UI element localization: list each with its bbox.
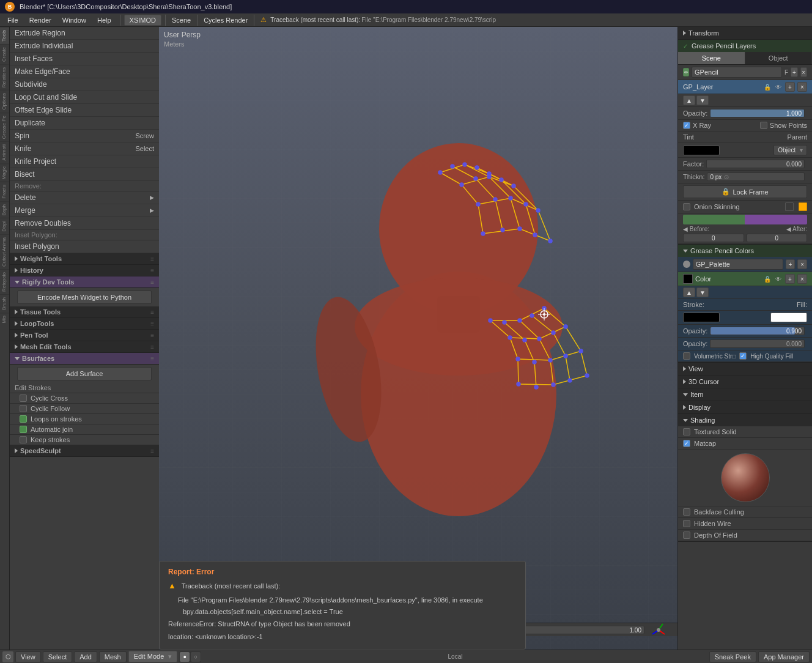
tab-create[interactable]: Create xyxy=(0,44,9,64)
tab-options[interactable]: Options xyxy=(0,90,9,113)
bsurfaces-cyclic-follow[interactable]: Cyclic Follow xyxy=(10,404,159,414)
sidebar-offset-edge-slide[interactable]: Offset Edge Slide xyxy=(10,104,159,117)
rp-tab-scene[interactable]: Scene xyxy=(678,52,745,64)
hidden-wire-checkbox[interactable] xyxy=(683,520,690,527)
cyclic-follow-checkbox[interactable] xyxy=(20,405,27,412)
rp-view-header[interactable]: View xyxy=(678,363,812,375)
backface-checkbox[interactable] xyxy=(683,508,690,516)
solid-shading-btn[interactable]: ● xyxy=(180,652,190,662)
rp-cursor-header[interactable]: 3D Cursor xyxy=(678,376,812,388)
sidebar-duplicate[interactable]: Duplicate xyxy=(10,117,159,130)
menu-help[interactable]: Help xyxy=(92,15,116,25)
app-manager-btn[interactable]: App Manager xyxy=(758,651,810,662)
layer-down-btn[interactable]: ▼ xyxy=(696,95,709,105)
volumetric-checkbox[interactable] xyxy=(683,352,690,360)
tab-tools[interactable]: Tools xyxy=(0,27,9,44)
sidebar-tissue-tools[interactable]: Tissue Tools ≡ xyxy=(10,306,159,318)
workspace-btn[interactable]: XSIMOD xyxy=(124,15,161,26)
gp-pencil-icon[interactable]: ✏ xyxy=(683,68,689,76)
rp-tab-object[interactable]: Object xyxy=(745,52,813,64)
bsurfaces-automatic-join[interactable]: Automatic join xyxy=(10,424,159,435)
color-swatch-mini[interactable] xyxy=(683,274,693,284)
sidebar-merge[interactable]: Merge ▶ xyxy=(10,204,159,217)
sidebar-extrude-region[interactable]: Extrude Region xyxy=(10,27,159,40)
layer-remove-btn[interactable]: × xyxy=(797,82,807,92)
bottom-icon-left[interactable]: ⬡ xyxy=(2,651,13,662)
show-points-checkbox[interactable] xyxy=(760,122,767,129)
add-btn[interactable]: Add xyxy=(74,651,97,662)
tab-animati[interactable]: Animati xyxy=(0,141,9,163)
local-btn[interactable]: Local xyxy=(446,652,465,661)
automatic-join-checkbox[interactable] xyxy=(20,426,27,433)
sidebar-subdivide[interactable]: Subdivide xyxy=(10,78,159,91)
menu-window[interactable]: Window xyxy=(57,15,91,25)
rp-gp-colors-header[interactable]: Grease Pencil Colors xyxy=(678,245,812,257)
rp-display-header[interactable]: Display xyxy=(678,401,812,413)
sidebar-remove-doubles[interactable]: Remove Doubles xyxy=(10,217,159,230)
sidebar-history[interactable]: History ≡ xyxy=(10,265,159,276)
tint-swatch[interactable] xyxy=(683,146,720,155)
sidebar-loop-tools[interactable]: LoopTools ≡ xyxy=(10,318,159,330)
color-lock-icon[interactable]: 🔒 xyxy=(763,275,772,283)
sidebar-knife-project[interactable]: Knife Project xyxy=(10,155,159,168)
xray-checkbox[interactable]: ✓ xyxy=(683,122,690,129)
sidebar-extrude-individual[interactable]: Extrude Individual xyxy=(10,40,159,53)
layer-eye-icon[interactable]: 👁 xyxy=(774,83,783,91)
sidebar-speed-sculpt[interactable]: SpeedSculpt ≡ xyxy=(10,445,159,457)
lock-frame-btn[interactable]: 🔒 Lock Frame xyxy=(683,185,807,198)
sidebar-inset-polygon[interactable]: Inset Polygon xyxy=(10,240,159,253)
sidebar-spin[interactable]: Spin Screw xyxy=(10,130,159,143)
select-btn[interactable]: Select xyxy=(43,651,73,662)
dof-checkbox[interactable] xyxy=(683,532,690,539)
palette-add-btn[interactable]: + xyxy=(786,259,795,269)
layer-lock-icon[interactable]: 🔒 xyxy=(763,83,772,91)
matcap-checkbox[interactable]: ✓ xyxy=(683,440,690,447)
palette-name-input[interactable] xyxy=(693,259,783,270)
sneak-peek-btn[interactable]: Sneak Peek xyxy=(709,651,756,662)
color-add-btn[interactable]: + xyxy=(785,274,795,284)
palette-remove-btn[interactable]: × xyxy=(797,259,807,269)
rp-gp-layers-header[interactable]: ✓ Grease Pencil Layers xyxy=(678,40,812,52)
matcap-preview[interactable] xyxy=(721,453,770,502)
viewport[interactable]: User Persp Meters Report: Error ▲ Traceb… xyxy=(159,27,677,650)
tab-magic[interactable]: Magic xyxy=(0,163,9,182)
rp-item-header[interactable]: Item xyxy=(678,388,812,401)
tab-relations[interactable]: Relations xyxy=(0,64,9,90)
encode-mesh-btn[interactable]: Encode Mesh Widget to Python xyxy=(17,291,152,304)
bsurfaces-cyclic-cross[interactable]: Cyclic Cross xyxy=(10,393,159,404)
loops-on-strokes-checkbox[interactable] xyxy=(20,415,27,423)
sidebar-inset-faces[interactable]: Inset Faces xyxy=(10,53,159,65)
gp-remove-btn[interactable]: × xyxy=(800,67,807,77)
wire-shading-btn[interactable]: ○ xyxy=(191,652,201,662)
sidebar-knife[interactable]: Knife Select xyxy=(10,143,159,155)
thickness-slider[interactable]: 0 px ⊙ xyxy=(707,172,805,181)
fill-color-swatch[interactable] xyxy=(770,313,807,322)
sidebar-loop-cut-slide[interactable]: Loop Cut and Slide xyxy=(10,91,159,104)
layer-up-btn[interactable]: ▲ xyxy=(683,95,695,105)
stroke-opacity-slider[interactable]: 0.900 xyxy=(710,327,805,335)
tab-grease[interactable]: Grease Pe xyxy=(0,113,9,141)
onion-color-btn[interactable] xyxy=(799,202,807,211)
bsurfaces-keep-strokes[interactable]: Keep strokes xyxy=(10,435,159,445)
tab-cutout[interactable]: Cutout Anima xyxy=(0,234,9,269)
tab-mis[interactable]: Mis xyxy=(0,313,9,325)
fill-opacity-slider[interactable]: 0.000 xyxy=(710,339,805,348)
tab-retopolo[interactable]: Retopolo xyxy=(0,269,9,294)
color-remove-btn[interactable]: × xyxy=(797,274,807,284)
stroke-color-swatch[interactable] xyxy=(683,313,720,322)
view-btn[interactable]: View xyxy=(15,651,41,662)
color-down-btn[interactable]: ▼ xyxy=(696,287,709,297)
before-value[interactable]: 0 xyxy=(683,234,744,242)
factor-slider[interactable]: 0.000 xyxy=(706,160,805,168)
menu-render[interactable]: Render xyxy=(24,15,56,25)
gpencil-name-input[interactable] xyxy=(692,67,782,78)
sidebar-delete[interactable]: Delete ▶ xyxy=(10,191,159,204)
keep-strokes-checkbox[interactable] xyxy=(20,436,27,443)
mesh-btn[interactable]: Mesh xyxy=(99,651,127,662)
opacity-slider[interactable]: 1.000 xyxy=(710,109,805,117)
sidebar-weight-tools[interactable]: Weight Tools ≡ xyxy=(10,253,159,265)
textured-solid-checkbox[interactable] xyxy=(683,428,690,435)
sidebar-bsurfaces[interactable]: Bsurfaces ≡ xyxy=(10,353,159,365)
sidebar-rigify-dev-tools[interactable]: Rigify Dev Tools ≡ xyxy=(10,276,159,288)
sidebar-make-edge-face[interactable]: Make Edge/Face xyxy=(10,65,159,78)
